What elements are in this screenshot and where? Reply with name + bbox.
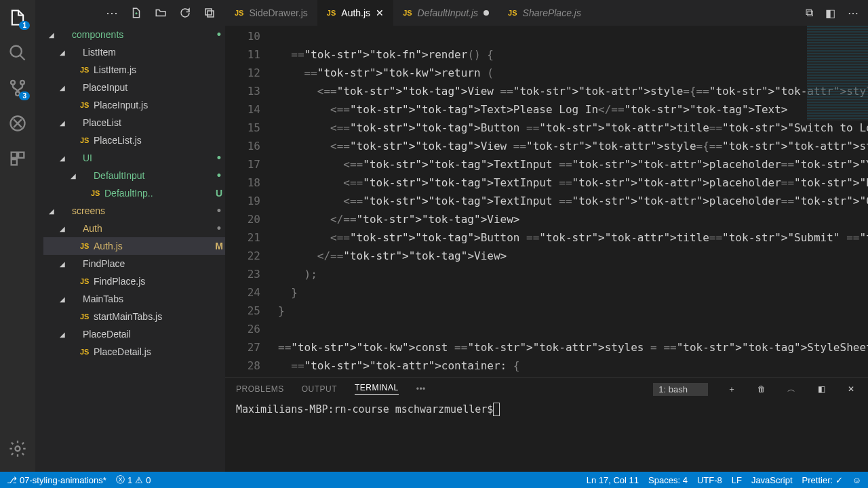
panel-close-icon[interactable]: ✕ <box>845 384 857 394</box>
svg-rect-7 <box>12 159 17 165</box>
file-listitem-js[interactable]: JSListItem.js <box>43 61 225 79</box>
dirty-icon <box>484 10 489 16</box>
tab-bar: JSSideDrawer.jsJSAuth.js✕JSDefaultInput.… <box>225 0 868 26</box>
activity-bar: 1 3 <box>0 0 35 472</box>
tab-defaultinput-js[interactable]: JSDefaultInput.js <box>393 0 498 26</box>
debug-icon[interactable] <box>8 114 27 133</box>
minimap[interactable] <box>807 26 868 121</box>
folder-ui[interactable]: ◢UI• <box>43 149 225 167</box>
svg-rect-5 <box>12 152 17 158</box>
tab-shareplace-js[interactable]: JSSharePlace.js <box>498 0 591 26</box>
svg-rect-6 <box>18 152 24 158</box>
refresh-icon[interactable] <box>179 7 191 19</box>
svg-point-8 <box>16 447 20 451</box>
split-editor-icon[interactable]: ◧ <box>825 7 835 20</box>
new-folder-icon[interactable] <box>155 7 167 19</box>
collapse-icon[interactable] <box>203 7 216 19</box>
status-spaces[interactable]: Spaces: 4 <box>648 475 688 485</box>
svg-rect-10 <box>208 11 214 17</box>
file-placedetail-js[interactable]: JSPlaceDetail.js <box>43 343 225 361</box>
explorer-header: ⋯ <box>35 0 225 26</box>
panel-tabs: PROBLEMS OUTPUT TERMINAL ••• 1: bash ＋ 🗑… <box>225 378 868 401</box>
file-tree: ◢components•◢ListItemJSListItem.js◢Place… <box>35 26 225 361</box>
status-language[interactable]: JavaScript <box>751 475 793 485</box>
bottom-panel: PROBLEMS OUTPUT TERMINAL ••• 1: bash ＋ 🗑… <box>225 377 868 472</box>
status-bar: ⎇ 07-styling-animations* ⓧ 1 ⚠ 0 Ln 17, … <box>0 472 868 488</box>
panel-tab-output[interactable]: OUTPUT <box>302 384 337 394</box>
more-icon[interactable]: ⋯ <box>106 5 118 20</box>
new-file-icon[interactable] <box>130 7 142 19</box>
file-placelist-js[interactable]: JSPlaceList.js <box>43 131 225 149</box>
file-startmaintabs-js[interactable]: JSstartMainTabs.js <box>43 308 225 325</box>
folder-auth[interactable]: ◢Auth• <box>43 220 225 237</box>
close-icon[interactable]: ✕ <box>376 7 384 18</box>
tab-auth-js[interactable]: JSAuth.js✕ <box>317 0 393 26</box>
folder-screens[interactable]: ◢screens• <box>43 202 225 220</box>
panel-split-icon[interactable]: ◧ <box>815 384 827 394</box>
status-encoding[interactable]: UTF-8 <box>697 475 722 485</box>
editor-body[interactable]: 10111213141516171819202122232425262728 =… <box>225 26 868 377</box>
panel-maximize-icon[interactable]: ︿ <box>785 384 797 395</box>
svg-point-0 <box>11 46 22 57</box>
folder-defaultinput[interactable]: ◢DefaultInput• <box>43 167 225 184</box>
status-cursor[interactable]: Ln 17, Col 11 <box>587 475 639 485</box>
terminal-selector[interactable]: 1: bash <box>653 383 708 396</box>
folder-listitem[interactable]: ◢ListItem <box>43 43 225 61</box>
file-placeinput-js[interactable]: JSPlaceInput.js <box>43 96 225 114</box>
svg-rect-9 <box>205 9 212 15</box>
svg-point-1 <box>11 81 15 85</box>
file-findplace-js[interactable]: JSFindPlace.js <box>43 272 225 290</box>
folder-components[interactable]: ◢components• <box>43 26 225 43</box>
status-branch[interactable]: ⎇ 07-styling-animations* <box>7 475 106 485</box>
panel-tab-problems[interactable]: PROBLEMS <box>236 384 284 394</box>
status-feedback-icon[interactable]: ☺ <box>852 475 861 485</box>
more-actions-icon[interactable]: ⋯ <box>848 7 859 20</box>
file-auth-js[interactable]: JSAuth.jsM <box>43 237 225 255</box>
status-eol[interactable]: LF <box>732 475 742 485</box>
gutter: 10111213141516171819202122232425262728 <box>225 26 278 377</box>
code-area[interactable]: =="tok-str">"tok-fn">render() { =="tok-s… <box>278 26 868 377</box>
explorer-sidebar: ⋯ ◢components•◢ListItemJSListItem.js◢Pla… <box>35 0 225 472</box>
scm-badge: 3 <box>19 92 30 100</box>
explorer-icon[interactable]: 1 <box>8 8 27 27</box>
status-errors[interactable]: ⓧ 1 ⚠ 0 <box>116 474 151 486</box>
extensions-icon[interactable] <box>8 149 27 168</box>
status-prettier[interactable]: Prettier: ✓ <box>802 475 843 485</box>
search-icon[interactable] <box>8 43 27 62</box>
svg-point-2 <box>20 81 24 85</box>
terminal[interactable]: Maximilians-MBP:rn-course mschwarzmuelle… <box>225 401 868 472</box>
panel-tab-more-icon[interactable]: ••• <box>416 384 426 394</box>
source-control-icon[interactable]: 3 <box>8 79 27 98</box>
editor-area: JSSideDrawer.jsJSAuth.js✕JSDefaultInput.… <box>225 0 868 472</box>
compare-icon[interactable]: ⧉ <box>806 7 813 19</box>
tab-sidedrawer-js[interactable]: JSSideDrawer.js <box>225 0 317 26</box>
file-defaultinp-[interactable]: JSDefaultInp..U <box>43 184 225 202</box>
panel-tab-terminal[interactable]: TERMINAL <box>355 383 399 395</box>
folder-placedetail[interactable]: ◢PlaceDetail <box>43 325 225 343</box>
folder-placelist[interactable]: ◢PlaceList <box>43 114 225 131</box>
explorer-badge: 1 <box>19 21 30 30</box>
folder-maintabs[interactable]: ◢MainTabs <box>43 290 225 308</box>
terminal-new-icon[interactable]: ＋ <box>726 384 738 395</box>
terminal-kill-icon[interactable]: 🗑 <box>755 384 768 394</box>
terminal-prompt: Maximilians-MBP:rn-course mschwarzmuelle… <box>236 403 493 415</box>
settings-icon[interactable] <box>8 439 27 458</box>
folder-findplace[interactable]: ◢FindPlace <box>43 255 225 272</box>
folder-placeinput[interactable]: ◢PlaceInput <box>43 79 225 96</box>
